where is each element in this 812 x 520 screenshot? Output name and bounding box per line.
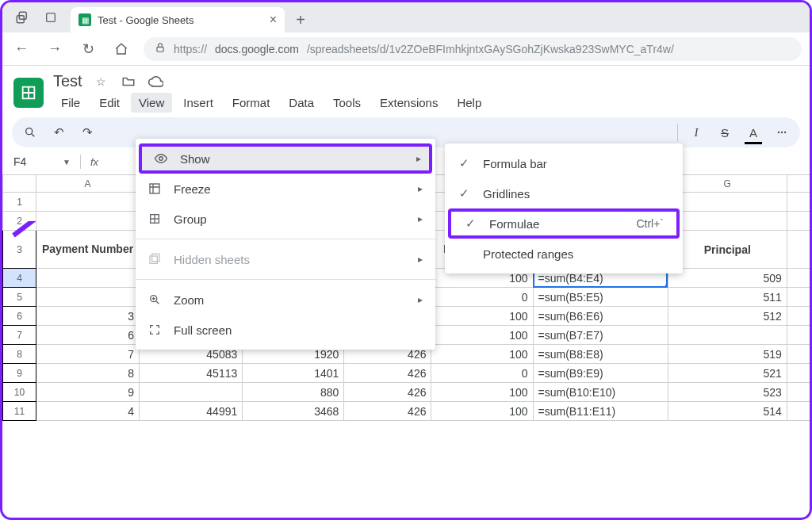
- row-header[interactable]: 10: [3, 383, 36, 402]
- cell[interactable]: 100: [431, 383, 533, 402]
- cell[interactable]: 3468: [243, 402, 344, 421]
- cell[interactable]: [787, 288, 812, 307]
- svg-line-22: [156, 301, 159, 304]
- cell[interactable]: [787, 364, 812, 383]
- cell[interactable]: [787, 193, 812, 212]
- nav-home-button[interactable]: [110, 38, 132, 60]
- cell[interactable]: 519: [668, 345, 787, 364]
- cell[interactable]: =sum(B8:E8): [533, 345, 668, 364]
- cell[interactable]: 100: [431, 345, 533, 364]
- cell[interactable]: 100: [431, 307, 533, 326]
- cell[interactable]: [668, 193, 787, 212]
- cell[interactable]: [668, 212, 787, 231]
- view-menu-freeze[interactable]: Freeze ▸: [136, 174, 435, 204]
- cell[interactable]: 100: [431, 402, 533, 421]
- toolbar-more-icon[interactable]: [772, 122, 792, 143]
- nav-refresh-button[interactable]: ↻: [77, 38, 99, 60]
- cell[interactable]: 880: [243, 383, 344, 402]
- cell[interactable]: [787, 383, 812, 402]
- submenu-formulae[interactable]: ✓ Formulae Ctrl+`: [448, 208, 680, 239]
- cell[interactable]: 512: [668, 307, 787, 326]
- cell[interactable]: =sum(B6:E6): [533, 307, 668, 326]
- col-header-A[interactable]: A: [36, 175, 140, 193]
- cell[interactable]: 426: [344, 364, 431, 383]
- cell[interactable]: [787, 212, 812, 231]
- view-menu-fullscreen[interactable]: Full screen: [136, 315, 435, 345]
- menu-extensions[interactable]: Extensions: [372, 93, 446, 113]
- menu-help[interactable]: Help: [449, 93, 489, 113]
- cell[interactable]: 9: [36, 383, 140, 402]
- cloud-status-icon[interactable]: [147, 74, 163, 90]
- col-header-H[interactable]: [787, 175, 812, 193]
- view-menu-group[interactable]: Group ▸: [136, 204, 435, 234]
- cell[interactable]: =sum(B7:E7): [533, 326, 668, 345]
- tab-close-icon[interactable]: ×: [270, 13, 277, 27]
- cell[interactable]: 426: [344, 383, 431, 402]
- view-menu-zoom[interactable]: Zoom ▸: [136, 285, 435, 315]
- cell[interactable]: 0: [431, 364, 533, 383]
- menu-format[interactable]: Format: [224, 93, 278, 113]
- cell[interactable]: 514: [668, 402, 787, 421]
- new-tab-button[interactable]: +: [289, 9, 312, 31]
- cell[interactable]: 0: [431, 288, 533, 307]
- move-folder-icon[interactable]: [121, 74, 136, 90]
- window-square-icon[interactable]: [42, 9, 59, 26]
- view-menu: Show ▸ Freeze ▸ Group ▸ Hidden sheets ▸ …: [136, 139, 435, 350]
- browser-tab-active[interactable]: ▦ Test - Google Sheets ×: [71, 7, 285, 32]
- doc-title[interactable]: Test: [53, 72, 82, 90]
- menu-insert[interactable]: Insert: [175, 93, 221, 113]
- fx-icon[interactable]: fx: [90, 156, 98, 168]
- cell[interactable]: 426: [344, 402, 431, 421]
- header-cell[interactable]: Int: [787, 231, 812, 269]
- name-box[interactable]: F4: [13, 155, 58, 168]
- submenu-formula-bar[interactable]: ✓ Formula bar: [445, 148, 683, 178]
- toolbar-redo-icon[interactable]: ↷: [77, 122, 98, 143]
- menu-edit[interactable]: Edit: [91, 93, 128, 113]
- submenu-arrow-icon: ▸: [418, 183, 423, 194]
- cell[interactable]: [140, 383, 243, 402]
- toolbar-search-icon[interactable]: [20, 122, 40, 143]
- cell[interactable]: [787, 269, 812, 288]
- row-header[interactable]: 11: [3, 402, 36, 421]
- cell[interactable]: 521: [668, 364, 787, 383]
- cell[interactable]: 4: [36, 402, 140, 421]
- cell[interactable]: [787, 307, 812, 326]
- cell[interactable]: 44991: [140, 402, 243, 421]
- nav-forward-button[interactable]: →: [44, 38, 66, 60]
- header-cell[interactable]: Principal: [668, 231, 787, 269]
- cell[interactable]: 523: [668, 383, 787, 402]
- cell[interactable]: 509: [668, 269, 787, 288]
- cell[interactable]: [36, 193, 140, 212]
- star-icon[interactable]: ☆: [94, 74, 109, 90]
- menu-tools[interactable]: Tools: [325, 93, 369, 113]
- menu-view[interactable]: View: [131, 93, 172, 113]
- cell[interactable]: =sum(B9:E9): [533, 364, 668, 383]
- url-field[interactable]: https://docs.google.com/spreadsheets/d/1…: [144, 37, 802, 61]
- cell[interactable]: =sum(B10:E10): [533, 383, 668, 402]
- col-header-G[interactable]: G: [668, 175, 787, 193]
- submenu-gridlines[interactable]: ✓ Gridlines: [445, 178, 683, 208]
- cell[interactable]: [787, 345, 812, 364]
- cell[interactable]: =sum(B11:E11): [533, 402, 668, 421]
- cell[interactable]: 1401: [243, 364, 344, 383]
- row-header[interactable]: 1: [3, 193, 36, 212]
- cell[interactable]: 511: [668, 288, 787, 307]
- cell[interactable]: 100: [431, 326, 533, 345]
- sheets-logo-icon[interactable]: [13, 78, 44, 108]
- window-overlap-icon[interactable]: [13, 9, 31, 26]
- cell[interactable]: [668, 326, 787, 345]
- view-menu-show[interactable]: Show ▸: [139, 143, 432, 174]
- toolbar-italic-button[interactable]: I: [686, 122, 707, 143]
- cell[interactable]: [787, 402, 812, 421]
- cell[interactable]: [787, 326, 812, 345]
- cell[interactable]: =sum(B5:E5): [533, 288, 668, 307]
- nav-back-button[interactable]: ←: [10, 38, 33, 60]
- toolbar-undo-icon[interactable]: ↶: [48, 122, 69, 143]
- toolbar-strike-button[interactable]: S: [714, 122, 735, 143]
- corner-cell[interactable]: [3, 175, 36, 193]
- submenu-protected-ranges[interactable]: Protected ranges: [445, 239, 683, 269]
- toolbar-text-color-button[interactable]: A: [743, 122, 764, 143]
- name-box-dropdown-icon[interactable]: ▼: [63, 158, 71, 166]
- menu-data[interactable]: Data: [281, 93, 322, 113]
- menu-file[interactable]: File: [53, 93, 88, 113]
